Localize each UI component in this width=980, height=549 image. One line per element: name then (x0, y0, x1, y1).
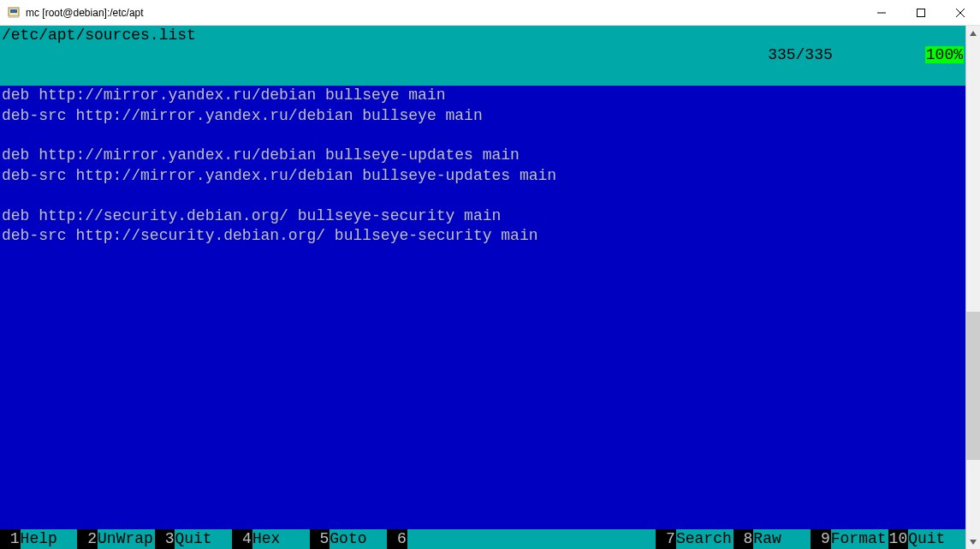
file-line (2, 186, 964, 206)
vertical-scrollbar[interactable] (965, 26, 980, 549)
fkey-3[interactable]: 3Quit (155, 529, 232, 549)
viewer-status-line: /etc/apt/sources.list 335/335 100% (0, 26, 965, 86)
fkey-number: 6 (387, 529, 407, 549)
fkey-label (407, 529, 465, 549)
fkey-9[interactable]: 9Format (811, 529, 888, 549)
fkey-label: Search (676, 529, 734, 549)
fkey-7[interactable]: 7Search (656, 529, 733, 549)
minimize-button[interactable] (862, 0, 901, 25)
fkey-label: UnWrap (98, 529, 155, 549)
file-line (2, 126, 964, 146)
svg-marker-8 (970, 540, 977, 545)
svg-rect-1 (10, 9, 17, 13)
svg-rect-2 (9, 16, 19, 18)
fkey-5[interactable]: 5Goto (310, 529, 387, 549)
maximize-button[interactable] (901, 0, 941, 25)
fkey-label: Quit (908, 529, 965, 549)
fkey-2[interactable]: 2UnWrap (77, 529, 154, 549)
fkey-number: 7 (656, 529, 676, 549)
fkey-1[interactable]: 1Help (0, 529, 77, 549)
fkey-number: 8 (734, 529, 754, 549)
fkey-4[interactable]: 4Hex (232, 529, 309, 549)
fkey-label: Help (21, 529, 78, 549)
terminal-content: /etc/apt/sources.list 335/335 100% deb h… (0, 26, 965, 549)
status-file-path: /etc/apt/sources.list (2, 26, 694, 86)
svg-marker-7 (970, 31, 977, 36)
window-titlebar: mc [root@debian]:/etc/apt (0, 0, 980, 26)
fkey-number: 2 (77, 529, 98, 549)
fkey-label: Quit (175, 529, 232, 549)
close-button[interactable] (941, 0, 980, 25)
file-line: deb-src http://security.debian.org/ bull… (2, 226, 964, 246)
scrollbar-up-arrow[interactable] (966, 26, 980, 40)
putty-icon (7, 6, 21, 20)
svg-rect-4 (918, 9, 925, 16)
window-title: mc [root@debian]:/etc/apt (26, 7, 862, 19)
scrollbar-thumb[interactable] (966, 312, 980, 460)
file-line: deb http://mirror.yandex.ru/debian bulls… (2, 146, 964, 165)
fkey-8[interactable]: 8Raw (734, 529, 811, 549)
fkey-number: 9 (811, 529, 831, 549)
function-key-bar: 1Help 2UnWrap 3Quit 4Hex 5Goto 6 7Search… (0, 529, 965, 549)
scrollbar-down-arrow[interactable] (966, 534, 980, 549)
fkey-number: 4 (232, 529, 252, 549)
file-line: deb http://mirror.yandex.ru/debian bulls… (2, 86, 964, 105)
fkey-10[interactable]: 10Quit (888, 529, 965, 549)
fkey-number: 3 (155, 529, 175, 549)
fkey-label: Goto (330, 529, 387, 549)
window-controls (862, 0, 980, 25)
fkey-number: 5 (310, 529, 330, 549)
fkey-6[interactable]: 6 (387, 529, 464, 549)
fkey-label: Format (831, 529, 888, 549)
fkey-number: 10 (888, 529, 909, 549)
fkey-number: 1 (0, 529, 21, 549)
terminal-area: /etc/apt/sources.list 335/335 100% deb h… (0, 26, 980, 549)
file-line: deb http://security.debian.org/ bullseye… (2, 206, 964, 226)
file-line: deb-src http://mirror.yandex.ru/debian b… (2, 106, 964, 126)
status-position: 335/335 (768, 46, 833, 63)
fkey-label: Raw (753, 529, 811, 549)
scrollbar-track[interactable] (966, 40, 980, 534)
file-line: deb-src http://mirror.yandex.ru/debian b… (2, 166, 964, 186)
fkey-spacer (465, 529, 656, 549)
status-percent: 100% (925, 46, 964, 63)
file-viewer-content[interactable]: deb http://mirror.yandex.ru/debian bulls… (0, 86, 965, 528)
fkey-label: Hex (252, 529, 310, 549)
